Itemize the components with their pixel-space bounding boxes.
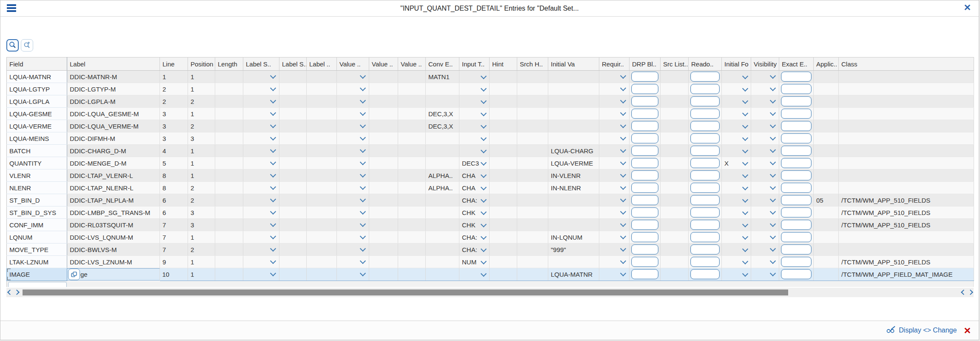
cell-label[interactable]: DDIC-DIFMH-M	[67, 132, 160, 145]
cell-value_3[interactable]	[398, 95, 426, 108]
cell-input_t[interactable]	[459, 132, 490, 145]
exact-input[interactable]	[781, 232, 812, 242]
cell-input_t[interactable]	[459, 71, 490, 83]
chevron-down-icon[interactable]	[620, 72, 626, 78]
cell-requir[interactable]	[599, 194, 630, 206]
exact-input[interactable]	[781, 207, 812, 218]
cell-value_3[interactable]	[398, 268, 426, 281]
cell-position[interactable]: 3	[188, 219, 215, 231]
chevron-down-icon[interactable]	[270, 159, 276, 165]
cell-conv[interactable]: ALPHA..	[426, 169, 459, 182]
cell-position[interactable]: 2	[188, 182, 215, 194]
cell-conv[interactable]	[426, 206, 459, 219]
cell-requir[interactable]	[599, 157, 630, 169]
cell-label[interactable]: DDIC-RL03TSQUIT-M	[67, 219, 160, 231]
cell-length[interactable]	[215, 219, 243, 231]
cell-initial_fo[interactable]	[722, 219, 751, 231]
reado-input[interactable]	[690, 244, 720, 255]
cell-label_s2[interactable]	[279, 219, 307, 231]
cell-srclist[interactable]	[661, 120, 689, 132]
cell-label[interactable]: DDIC-LQUA_GESME-M	[67, 108, 160, 120]
chevron-down-icon[interactable]	[481, 271, 487, 277]
cell-exact[interactable]	[779, 157, 814, 169]
cell-line[interactable]: 6	[160, 206, 188, 219]
cell-value_2[interactable]	[369, 182, 398, 194]
cell-label[interactable]: DDIC-LVS_LZNUM-M	[67, 256, 160, 268]
cell-label_3[interactable]	[307, 95, 337, 108]
cell-requir[interactable]	[599, 231, 630, 244]
chevron-down-icon[interactable]	[481, 159, 487, 165]
cell-field[interactable]: LQUA-LGPLA	[7, 95, 67, 108]
cell-value_3[interactable]	[398, 120, 426, 132]
chevron-down-icon[interactable]	[620, 183, 626, 189]
reado-input[interactable]	[690, 158, 720, 168]
cell-label[interactable]: DDIC-MENGE_D-M	[67, 157, 160, 169]
cell-initial[interactable]	[548, 132, 599, 145]
cell-line[interactable]: 3	[160, 108, 188, 120]
cell-field[interactable]: LQUA-MATNR	[7, 71, 67, 83]
cell-line[interactable]: 7	[160, 244, 188, 256]
new-entry-cell[interactable]	[8, 282, 67, 287]
cell-value_2[interactable]	[369, 83, 398, 95]
cell-label_s2[interactable]	[279, 206, 307, 219]
cell-label_3[interactable]	[307, 120, 337, 132]
cell-exact[interactable]	[779, 71, 814, 83]
cell-label_s2[interactable]	[279, 194, 307, 206]
cell-line[interactable]: 4	[160, 145, 188, 157]
cell-label_s1[interactable]	[243, 231, 279, 244]
cell-drp[interactable]	[630, 108, 661, 120]
cell-reado[interactable]	[689, 145, 722, 157]
cell-drp[interactable]	[630, 71, 661, 83]
col-header-visibility[interactable]: Visibility	[751, 57, 779, 71]
cell-label_3[interactable]	[307, 268, 337, 281]
cell-requir[interactable]	[599, 182, 630, 194]
cell-value_3[interactable]	[398, 194, 426, 206]
cell-label_s2[interactable]	[279, 120, 307, 132]
cell-requir[interactable]	[599, 206, 630, 219]
drp-input[interactable]	[631, 96, 658, 106]
cell-srclist[interactable]	[661, 256, 689, 268]
cell-initial[interactable]	[548, 83, 599, 95]
cell-length[interactable]	[215, 231, 243, 244]
cell-visibility[interactable]	[751, 244, 779, 256]
drp-input[interactable]	[631, 158, 658, 168]
cell-value_2[interactable]	[369, 95, 398, 108]
col-header-hint[interactable]: Hint	[490, 57, 517, 71]
cell-exact[interactable]	[779, 169, 814, 182]
cell-label_s1[interactable]	[243, 95, 279, 108]
cell-position[interactable]: 1	[188, 157, 215, 169]
find-next-button[interactable]	[21, 39, 33, 52]
cell-input_t[interactable]: CHA:	[459, 244, 490, 256]
cell-value_3[interactable]	[398, 132, 426, 145]
cell-value_1[interactable]	[337, 157, 369, 169]
cell-field[interactable]: NLENR	[7, 182, 67, 194]
find-button[interactable]	[6, 39, 19, 52]
cell-value_3[interactable]	[398, 256, 426, 268]
cell-field[interactable]: LQUA-GESME	[7, 108, 67, 120]
reado-input[interactable]	[690, 207, 720, 218]
cell-requir[interactable]	[599, 219, 630, 231]
cell-visibility[interactable]	[751, 219, 779, 231]
cell-value_2[interactable]	[369, 145, 398, 157]
cell-label_s1[interactable]	[243, 132, 279, 145]
cell-initial[interactable]: LQUA-MATNR	[548, 268, 599, 281]
cell-initial[interactable]	[548, 108, 599, 120]
cell-label[interactable]: DDIC-MATNR-M	[67, 71, 160, 83]
cell-hint[interactable]	[490, 206, 517, 219]
cell-drp[interactable]	[630, 206, 661, 219]
cell-value_2[interactable]	[369, 231, 398, 244]
cell-label_s1[interactable]	[243, 219, 279, 231]
chevron-down-icon[interactable]	[620, 97, 626, 103]
cell-value_1[interactable]	[337, 83, 369, 95]
exact-input[interactable]	[781, 84, 812, 94]
cell-srclist[interactable]	[661, 157, 689, 169]
chevron-down-icon[interactable]	[620, 122, 626, 128]
cell-field[interactable]: LQUA-MEINS	[7, 132, 67, 145]
cell-initial_fo[interactable]	[722, 145, 751, 157]
cell-conv[interactable]: ALPHA..	[426, 182, 459, 194]
col-header-label_s1[interactable]: Label S..	[243, 57, 279, 71]
cell-srclist[interactable]	[661, 182, 689, 194]
cell-position[interactable]: 2	[188, 244, 215, 256]
cell-field[interactable]: BATCH	[7, 145, 67, 157]
cell-input_t[interactable]: CHA	[459, 169, 490, 182]
